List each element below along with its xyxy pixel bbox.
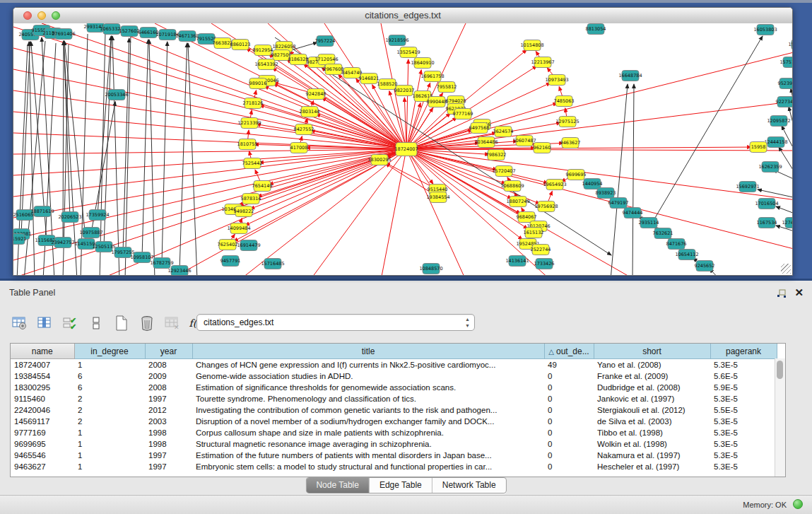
- graph-node[interactable]: 7986322: [486, 150, 507, 160]
- show-columns-icon[interactable]: [35, 314, 54, 332]
- graph-node[interactable]: 12444158: [764, 137, 787, 148]
- graph-node[interactable]: 9498222: [234, 206, 254, 217]
- graph-node[interactable]: 417008: [290, 143, 308, 153]
- graph-node[interactable]: 17120546: [314, 54, 338, 65]
- graph-node[interactable]: 1527602: [119, 26, 140, 37]
- graph-node[interactable]: 14099484: [227, 223, 250, 234]
- graph-node[interactable]: 9242848: [306, 89, 326, 100]
- graph-node[interactable]: 9822037: [394, 86, 415, 96]
- graph-node[interactable]: 12923446: [167, 266, 191, 276]
- row-height-icon[interactable]: [86, 314, 105, 332]
- table-row[interactable]: 1938455462009Genome-wide association stu…: [11, 370, 777, 382]
- window-resize-grip[interactable]: [781, 264, 791, 274]
- graph-node[interactable]: 13525419: [396, 47, 420, 58]
- graph-node[interactable]: 9474444: [623, 208, 643, 218]
- graph-node[interactable]: 10848570: [419, 264, 442, 274]
- column-header-short[interactable]: short: [594, 344, 710, 359]
- graph-node[interactable]: 14136141: [505, 256, 529, 267]
- graph-node[interactable]: 9777169: [453, 109, 473, 119]
- graph-node[interactable]: 18640910: [411, 58, 434, 69]
- graph-node[interactable]: 17359924: [86, 210, 109, 221]
- graph-node[interactable]: 16782759: [150, 258, 173, 269]
- graph-node[interactable]: 17016504: [755, 199, 778, 209]
- graph-node[interactable]: 12975125: [555, 117, 579, 127]
- graph-node[interactable]: 10607487: [512, 136, 536, 146]
- graph-node[interactable]: 15716485: [261, 259, 284, 269]
- graph-node[interactable]: 8860123: [230, 40, 251, 50]
- column-header-pagerank[interactable]: pagerank: [710, 344, 777, 359]
- graph-node[interactable]: 989016: [249, 78, 267, 89]
- graph-node[interactable]: 18807249: [506, 197, 529, 207]
- graph-node[interactable]: 9227342: [776, 97, 792, 107]
- graph-node[interactable]: 9245652: [695, 261, 715, 271]
- tab-edge-table[interactable]: Edge Table: [370, 478, 433, 493]
- graph-node[interactable]: 2935114: [639, 218, 659, 228]
- graph-node[interactable]: 8912954: [253, 45, 273, 56]
- graph-node[interactable]: 6497568: [469, 123, 490, 134]
- graph-node[interactable]: 10973493: [545, 75, 568, 86]
- graph-node[interactable]: 16053803: [753, 25, 777, 35]
- tab-node-table[interactable]: Node Table: [306, 478, 370, 493]
- graph-node[interactable]: 23942757: [51, 238, 74, 248]
- graph-node[interactable]: 15958: [750, 142, 767, 153]
- graph-node[interactable]: 15112747: [788, 40, 792, 50]
- graph-node[interactable]: 2718126: [243, 98, 264, 109]
- column-header-name[interactable]: name: [11, 344, 74, 359]
- graph-node[interactable]: 8186328: [288, 54, 309, 65]
- graph-node[interactable]: 10975887: [79, 228, 102, 238]
- graph-node[interactable]: 7485063: [554, 96, 575, 107]
- table-row[interactable]: 969969511998Structural magnetic resonanc…: [11, 438, 777, 450]
- graph-node[interactable]: 8471676: [666, 239, 687, 250]
- graph-node[interactable]: 9457791: [220, 256, 241, 267]
- graph-node[interactable]: 15692971: [736, 182, 759, 192]
- graph-node[interactable]: 27691406: [52, 29, 75, 40]
- graph-node[interactable]: 16648784: [618, 71, 642, 81]
- graph-node[interactable]: 16543392: [254, 59, 278, 70]
- graph-node[interactable]: 1810755: [237, 139, 258, 150]
- graph-canvas[interactable]: 1872400718300295240557249155506211883127…: [13, 23, 792, 275]
- graph-node[interactable]: 12213967: [531, 57, 554, 68]
- graph-node[interactable]: 9146821: [359, 74, 379, 84]
- graph-node[interactable]: 15751074: [779, 57, 792, 68]
- table-row[interactable]: 911546021997Tourette syndrome. Phenomeno…: [11, 393, 777, 404]
- graph-node[interactable]: 18871619: [30, 206, 54, 217]
- graph-node[interactable]: 19756928: [534, 201, 558, 212]
- graph-node[interactable]: 6479197: [608, 198, 629, 209]
- graph-node[interactable]: 19384554: [426, 192, 449, 203]
- table-row[interactable]: 977716911998Corpus callosum shape and si…: [11, 427, 777, 438]
- graph-node[interactable]: 9463627: [560, 138, 581, 148]
- graph-node[interactable]: 18300295: [367, 155, 391, 165]
- float-window-icon[interactable]: [777, 288, 787, 301]
- column-header-in_degree[interactable]: in_degree: [74, 344, 145, 359]
- close-panel-icon[interactable]: ✕: [794, 286, 804, 299]
- table-row[interactable]: 946554611997Estimation of the future num…: [11, 450, 777, 461]
- graph-node[interactable]: 20206523: [58, 212, 81, 223]
- graph-node[interactable]: 3624574: [493, 127, 514, 137]
- network-window-titlebar[interactable]: citations_edges.txt: [13, 8, 792, 24]
- graph-node[interactable]: 12744108: [782, 218, 792, 228]
- graph-node[interactable]: 3915921: [13, 234, 26, 245]
- graph-node[interactable]: 20053346: [105, 90, 128, 100]
- graph-node[interactable]: 2967608: [324, 64, 344, 75]
- graph-node-hub[interactable]: 18724007: [394, 143, 418, 156]
- new-document-icon[interactable]: [112, 314, 131, 332]
- graph-node[interactable]: 8938923: [596, 188, 616, 199]
- graph-node[interactable]: 2522744: [531, 245, 551, 255]
- column-header-out_degree[interactable]: △out_de...: [544, 344, 594, 359]
- graph-node[interactable]: 7632621: [653, 228, 673, 239]
- graph-node[interactable]: 16961758: [420, 71, 444, 82]
- graph-node[interactable]: 7955812: [437, 82, 457, 93]
- column-header-title[interactable]: title: [192, 344, 544, 359]
- graph-node[interactable]: 8990448: [427, 97, 447, 107]
- graph-node[interactable]: 7625402: [218, 240, 238, 250]
- graph-node[interactable]: 19654923: [543, 180, 566, 190]
- graph-node[interactable]: 16914479: [237, 240, 260, 251]
- delete-table-icon[interactable]: [137, 314, 156, 332]
- memory-ok-indicator[interactable]: [793, 499, 803, 509]
- graph-node[interactable]: 7957224: [315, 36, 336, 47]
- graph-node[interactable]: 5878314: [241, 194, 261, 204]
- tab-network-table[interactable]: Network Table: [433, 478, 506, 493]
- graph-node[interactable]: 7525442: [242, 158, 263, 169]
- table-row[interactable]: 2242004622012Investigating the contribut…: [11, 404, 777, 416]
- graph-node[interactable]: 1167534: [757, 218, 777, 228]
